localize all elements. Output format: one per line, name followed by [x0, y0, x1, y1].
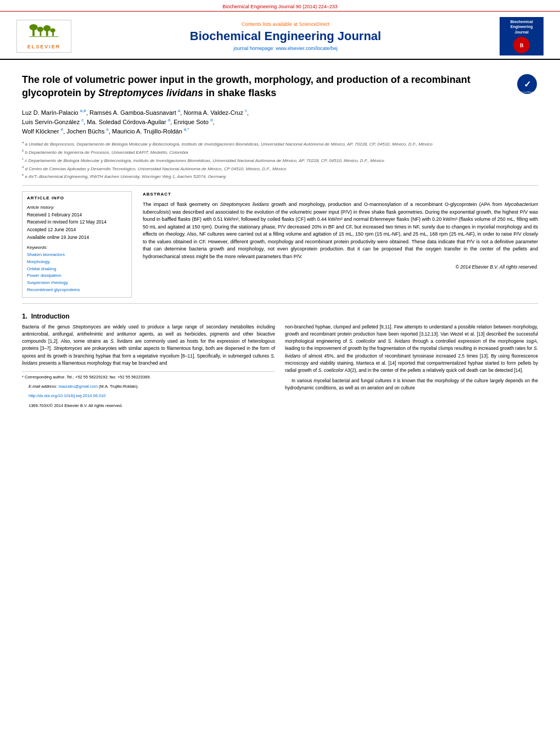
email-note: E-mail address: mauratru@gmail.com (M.A.… [22, 383, 275, 389]
svg-text:CrossMark: CrossMark [521, 91, 534, 93]
content-wrapper: The role of volumetric power input in th… [0, 60, 560, 423]
svg-text:B: B [520, 42, 524, 48]
accepted-date: Accepted 12 June 2014 [27, 226, 127, 234]
article-info-col: ARTICLE INFO Article history: Received 1… [22, 191, 132, 298]
corresponding-note: * Corresponding author. Tel.: +52 55 562… [22, 374, 275, 380]
journal-logo-title: BiochemicalEngineeringJournal [510, 19, 533, 34]
svg-point-3 [37, 27, 43, 32]
svg-point-7 [50, 28, 55, 32]
article-title-section: The role of volumetric power input in th… [22, 73, 538, 102]
sciencedirect-link[interactable]: ScienceDirect [299, 21, 330, 27]
abstract-heading: ABSTRACT [143, 191, 538, 198]
article-info-box: ARTICLE INFO Article history: Received 1… [22, 191, 132, 298]
journal-reference-link[interactable]: Biochemical Engineering Journal 90 (2014… [222, 4, 338, 9]
doi-link: http://dx.doi.org/10.1016/j.bej.2014.06.… [22, 393, 275, 399]
intro-para-right-1: non-branched hyphae, clumped and pellete… [285, 323, 538, 374]
journal-title: Biochemical Engineering Journal [82, 29, 489, 43]
body-right-col: non-branched hyphae, clumped and pellete… [285, 323, 538, 412]
affiliations: a a Unidad de Bioprocesos, Departamento … [22, 140, 538, 180]
keywords-section: Keywords: Shaken bioreactors Morphology … [27, 244, 127, 294]
journal-center: Contents lists available at ScienceDirec… [71, 21, 500, 51]
journal-logo-icon: B [513, 37, 530, 53]
keyword-1: Shaken bioreactors [27, 252, 127, 259]
sciencedirect-notice: Contents lists available at ScienceDirec… [82, 21, 489, 27]
elsevier-logo: ELSEVIER [16, 20, 71, 53]
svg-text:✓: ✓ [524, 80, 531, 89]
article-info-abstract-row: ARTICLE INFO Article history: Received 1… [22, 191, 538, 298]
crossmark-icon[interactable]: ✓ CrossMark [516, 73, 538, 95]
article-history-label: Article history: [27, 204, 127, 211]
abstract-section: ABSTRACT The impact of flask geometry on… [143, 191, 538, 271]
email-link[interactable]: mauratru@gmail.com [58, 384, 98, 389]
revised-date: Received in revised form 12 May 2014 [27, 219, 127, 226]
section-divider-2 [22, 303, 538, 304]
doi-url[interactable]: http://dx.doi.org/10.1016/j.bej.2014.06.… [29, 393, 106, 398]
issn-notice: 1369-703X/© 2014 Elsevier B.V. All right… [22, 403, 275, 409]
available-date: Available online 19 June 2014 [27, 234, 127, 242]
intro-para-1: Bacteria of the genus Streptomyces are w… [22, 323, 275, 367]
body-left-col: Bacteria of the genus Streptomyces are w… [22, 323, 275, 412]
keyword-3: Orbital shaking [27, 266, 127, 273]
article-info-heading: ARTICLE INFO [27, 195, 127, 202]
journal-homepage: journal homepage: www.elsevier.com/locat… [82, 46, 489, 51]
keyword-5: Suspension rheology [27, 280, 127, 287]
body-two-col: Bacteria of the genus Streptomyces are w… [22, 323, 538, 412]
svg-point-1 [29, 24, 37, 30]
svg-point-5 [43, 25, 51, 31]
received-date: Received 1 February 2014 [27, 211, 127, 219]
authors-section: Luz D. Marín-Palacio a,b, Ramsés A. Gamb… [22, 108, 538, 136]
introduction-section: 1. Introduction Bacteria of the genus St… [22, 313, 538, 412]
keyword-4: Power dissipation [27, 272, 127, 280]
abstract-text: The impact of flask geometry on Streptom… [143, 201, 538, 260]
section-title: 1. Introduction [22, 313, 538, 320]
section-divider-1 [22, 185, 538, 186]
page: Biochemical Engineering Journal 90 (2014… [0, 0, 560, 742]
journal-reference-bar: Biochemical Engineering Journal 90 (2014… [0, 0, 560, 12]
abstract-col: ABSTRACT The impact of flask geometry on… [143, 191, 538, 298]
journal-header: ELSEVIER Contents lists available at Sci… [0, 12, 560, 60]
keyword-6: Recombinant glycoproteins [27, 287, 127, 294]
footnote-section: * Corresponding author. Tel.: +52 55 562… [22, 371, 275, 409]
homepage-url[interactable]: www.elsevier.com/locate/bej [276, 46, 338, 51]
intro-para-right-2: In various mycelial bacterial and fungal… [285, 377, 538, 392]
keyword-2: Morphology [27, 259, 127, 266]
journal-logo-right: BiochemicalEngineeringJournal B [500, 17, 544, 55]
keywords-label: Keywords: [27, 244, 127, 252]
elsevier-wordmark: ELSEVIER [27, 44, 61, 49]
copyright-notice: © 2014 Elsevier B.V. All rights reserved… [143, 264, 538, 271]
article-title: The role of volumetric power input in th… [22, 73, 516, 100]
